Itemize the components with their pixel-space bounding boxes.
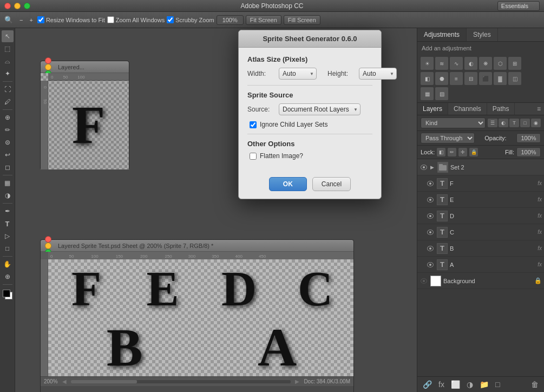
- brightness-icon[interactable]: ☀: [421, 57, 434, 70]
- lasso-tool[interactable]: ⌓: [2, 55, 14, 67]
- minimize-button[interactable]: [14, 3, 21, 9]
- layer-item-a[interactable]: T A fx: [417, 257, 544, 273]
- layer-vis-background[interactable]: [420, 277, 428, 285]
- layer-item-background[interactable]: Background 🔒: [417, 273, 544, 289]
- crop-tool[interactable]: ⛶: [2, 83, 14, 95]
- shape-tool[interactable]: □: [2, 243, 14, 254]
- new-group-button[interactable]: 📁: [477, 379, 491, 390]
- layer-item-set2[interactable]: ▶ Set 2: [417, 159, 544, 175]
- small-min[interactable]: [45, 64, 51, 70]
- maximize-button[interactable]: [24, 3, 30, 9]
- filter-adjustment-icon[interactable]: ◐: [499, 119, 508, 127]
- new-adjustment-button[interactable]: ◑: [464, 379, 475, 390]
- lock-transparent-icon[interactable]: ◧: [437, 148, 445, 156]
- tab-paths[interactable]: Paths: [487, 103, 515, 115]
- bw-icon[interactable]: ◧: [421, 72, 434, 85]
- fill-screen-button[interactable]: Fill Screen: [284, 15, 320, 25]
- gradientmap-icon[interactable]: ▧: [435, 87, 448, 100]
- path-selection-tool[interactable]: ▷: [2, 230, 14, 242]
- blend-mode-dropdown[interactable]: Pass Through: [421, 133, 475, 143]
- zoom-tool-icon[interactable]: 🔍: [2, 15, 15, 25]
- resize-windows-check[interactable]: Resize Windows to Fit: [37, 16, 105, 23]
- scrubby-zoom-checkbox[interactable]: [167, 16, 174, 23]
- vibrance-icon[interactable]: ❋: [479, 57, 492, 70]
- zoom-in-icon[interactable]: +: [27, 16, 35, 24]
- hand-tool[interactable]: ✋: [2, 258, 14, 270]
- window-controls[interactable]: [4, 3, 30, 9]
- layer-vis-f[interactable]: [426, 179, 435, 188]
- large-min[interactable]: [45, 243, 51, 249]
- scrollbar-h[interactable]: [71, 380, 291, 383]
- type-tool[interactable]: T: [2, 218, 14, 230]
- filter-pixel-icon[interactable]: ☰: [488, 119, 497, 127]
- heal-tool[interactable]: ⊕: [2, 112, 14, 123]
- lock-image-icon[interactable]: ✏: [448, 148, 456, 156]
- photofilter-icon[interactable]: ⬣: [435, 72, 448, 85]
- essentials-dropdown[interactable]: Essentials: [497, 1, 540, 11]
- history-brush-tool[interactable]: ↩: [2, 149, 14, 161]
- zoom-percent-input[interactable]: [217, 15, 244, 25]
- scrubby-zoom-check[interactable]: Scrubby Zoom: [167, 16, 214, 23]
- lock-position-icon[interactable]: ✛: [458, 148, 467, 156]
- ok-button[interactable]: OK: [269, 177, 307, 191]
- fit-screen-button[interactable]: Fit Screen: [246, 15, 281, 25]
- layers-panel-menu[interactable]: ≡: [534, 103, 544, 115]
- small-document-window[interactable]: Layered... 050100 050 F: [40, 61, 129, 169]
- exposure-icon[interactable]: ◐: [464, 57, 477, 70]
- lock-all-icon[interactable]: 🔒: [469, 148, 478, 156]
- tab-layers[interactable]: Layers: [417, 103, 448, 115]
- zoom-all-checkbox[interactable]: [107, 16, 114, 23]
- filter-smartobj-icon[interactable]: ◉: [531, 119, 541, 127]
- layer-vis-a[interactable]: [426, 260, 435, 269]
- tab-channels[interactable]: Channels: [448, 103, 487, 115]
- threshold-icon[interactable]: ◫: [508, 72, 521, 85]
- close-button[interactable]: [4, 3, 11, 9]
- layer-vis-e[interactable]: [426, 195, 435, 204]
- resize-windows-checkbox[interactable]: [37, 16, 44, 23]
- zoom-all-check[interactable]: Zoom All Windows: [107, 16, 165, 23]
- invert-icon[interactable]: ⬛: [479, 72, 492, 85]
- layer-item-b[interactable]: T B fx: [417, 240, 544, 257]
- link-layers-button[interactable]: 🔗: [421, 379, 434, 390]
- fg-bg-colors[interactable]: [2, 289, 14, 300]
- selectivecolor-icon[interactable]: ▦: [421, 87, 434, 100]
- delete-layer-button[interactable]: 🗑: [529, 379, 541, 390]
- layer-item-d[interactable]: T D fx: [417, 208, 544, 224]
- hue-icon[interactable]: ⬡: [494, 57, 507, 70]
- layer-vis-d[interactable]: [426, 212, 435, 220]
- add-fx-button[interactable]: fx: [436, 379, 447, 390]
- foreground-color[interactable]: [3, 290, 10, 297]
- layer-item-f[interactable]: T F fx: [417, 175, 544, 192]
- new-layer-button[interactable]: □: [493, 379, 502, 390]
- eraser-tool[interactable]: ◻: [2, 161, 14, 173]
- ignore-child-checkbox[interactable]: [250, 121, 257, 128]
- zoom-out-icon[interactable]: −: [17, 16, 25, 24]
- brush-tool[interactable]: ✏: [2, 124, 14, 136]
- filter-type-icon[interactable]: T: [509, 119, 519, 127]
- move-tool[interactable]: ↖: [2, 30, 14, 42]
- magic-wand-tool[interactable]: ✦: [2, 68, 14, 80]
- kind-dropdown[interactable]: Kind: [421, 117, 486, 128]
- layer-vis-set2[interactable]: [420, 163, 428, 172]
- flatten-image-checkbox[interactable]: [250, 153, 257, 160]
- layer-vis-c[interactable]: [426, 228, 435, 237]
- colorlookup-icon[interactable]: ⊟: [464, 72, 477, 85]
- selection-tool[interactable]: ⬚: [2, 43, 14, 55]
- fill-input[interactable]: [516, 147, 541, 157]
- filter-shape-icon[interactable]: □: [520, 119, 530, 127]
- small-close[interactable]: [45, 57, 51, 64]
- gradient-tool[interactable]: ▦: [2, 177, 14, 189]
- source-select[interactable]: Document Root Layers All Layers Selected…: [279, 103, 361, 115]
- dodge-tool[interactable]: ◑: [2, 190, 14, 201]
- layer-item-c[interactable]: T C fx: [417, 224, 544, 240]
- tab-adjustments[interactable]: Adjustments: [417, 28, 467, 41]
- width-select[interactable]: Auto6412825651210242048: [279, 68, 317, 80]
- large-document-window[interactable]: Layered Sprite Test.psd Sheet @ 200% (Sp…: [40, 239, 354, 392]
- layer-vis-b[interactable]: [426, 244, 435, 253]
- add-mask-button[interactable]: ⬜: [449, 379, 462, 390]
- tab-styles[interactable]: Styles: [467, 28, 498, 41]
- colorbalance-icon[interactable]: ⊞: [508, 57, 521, 70]
- height-select[interactable]: Auto6412825651210242048: [359, 68, 397, 80]
- zoom-tool[interactable]: ⊕: [2, 271, 14, 283]
- opacity-input[interactable]: [516, 133, 541, 143]
